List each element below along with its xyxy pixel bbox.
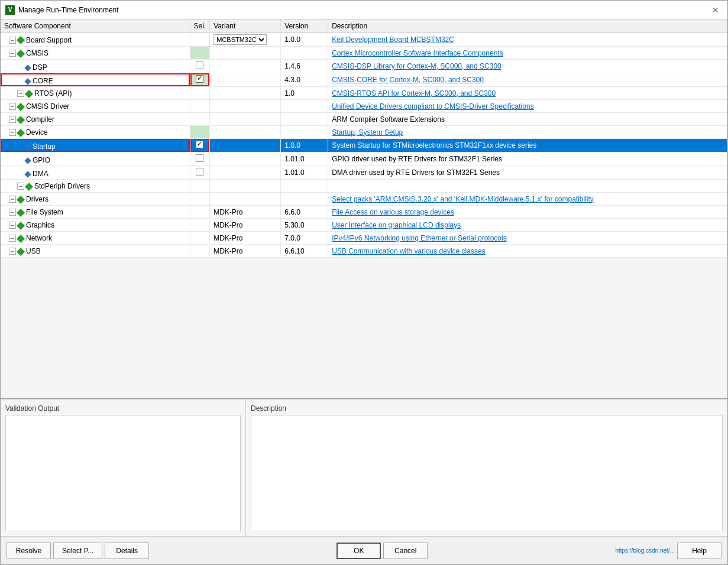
table-row[interactable]: DSP1.4.6CMSIS-DSP Library for Cortex-M, …	[1, 60, 727, 73]
cell-description: ARM Compiler Software Extensions	[328, 113, 727, 126]
help-button[interactable]: Help	[677, 543, 721, 559]
cell-variant[interactable]: MCBSTM32C	[210, 33, 281, 47]
select-pack-button[interactable]: Select P...	[53, 543, 102, 559]
validation-content	[5, 415, 241, 531]
cell-sel[interactable]	[190, 100, 210, 113]
cell-description[interactable]: CMSIS-RTOS API for Cortex-M, SC000, and …	[328, 87, 727, 100]
details-button[interactable]: Details	[105, 543, 149, 559]
description-link[interactable]: CMSIS-CORE for Cortex-M, SC000, and SC30…	[332, 76, 484, 84]
cell-variant: MDK-Pro	[210, 219, 281, 232]
collapse-icon[interactable]: −	[9, 129, 16, 136]
cell-sel[interactable]	[190, 245, 210, 258]
component-label: Graphics	[26, 221, 54, 229]
cell-sel[interactable]	[190, 180, 210, 193]
collapse-icon[interactable]: −	[9, 103, 16, 110]
description-link[interactable]: Keil Development Board MCBSTM32C	[332, 35, 454, 44]
table-row[interactable]: −NetworkMDK-Pro7.0.0IPv4/IPv6 Networking…	[1, 232, 727, 245]
table-row[interactable]: −CMSISCortex Microcontroller Software In…	[1, 47, 727, 60]
cell-sel[interactable]	[190, 206, 210, 219]
collapse-icon[interactable]: −	[9, 248, 16, 255]
cell-description[interactable]: Cortex Microcontroller Software Interfac…	[328, 47, 727, 60]
description-link[interactable]: Cortex Microcontroller Software Interfac…	[332, 49, 503, 57]
table-section[interactable]: Software Component Sel. Variant Version …	[1, 20, 727, 399]
variant-select[interactable]: MCBSTM32C	[213, 34, 267, 45]
cell-component-name: −Graphics	[1, 219, 190, 232]
cell-description[interactable]: Unified Device Drivers compliant to CMSI…	[328, 100, 727, 113]
collapse-icon[interactable]: −	[17, 183, 24, 190]
cell-sel[interactable]	[190, 73, 210, 87]
table-row[interactable]: −CMSIS DriverUnified Device Drivers comp…	[1, 100, 727, 113]
checkbox-empty[interactable]	[196, 168, 203, 176]
cell-description[interactable]: User Interface on graphical LCD displays	[328, 219, 727, 232]
cell-description[interactable]: CMSIS-DSP Library for Cortex-M, SC000, a…	[328, 60, 727, 73]
checkbox-checked[interactable]	[196, 141, 203, 148]
cell-description[interactable]: USB Communication with various device cl…	[328, 245, 727, 258]
cancel-button[interactable]: Cancel	[383, 543, 428, 559]
green-diamond-icon	[18, 49, 26, 57]
cell-sel[interactable]	[190, 113, 210, 126]
table-row[interactable]: −CompilerARM Compiler Software Extension…	[1, 113, 727, 126]
cell-sel[interactable]	[190, 126, 210, 139]
table-row[interactable]: −DeviceStartup, System Setup	[1, 126, 727, 139]
description-link[interactable]: Unified Device Drivers compliant to CMSI…	[332, 102, 533, 111]
cell-description[interactable]: IPv4/IPv6 Networking using Ethernet or S…	[328, 232, 727, 245]
cell-description[interactable]: CMSIS-CORE for Cortex-M, SC000, and SC30…	[328, 73, 727, 87]
cell-sel[interactable]	[190, 33, 210, 47]
table-row[interactable]: −GraphicsMDK-Pro5.30.0User Interface on …	[1, 219, 727, 232]
cell-description[interactable]: Startup, System Setup	[328, 126, 727, 139]
table-row[interactable]: −DriversSelect packs 'ARM.CMSIS.3.20.x' …	[1, 193, 727, 206]
component-label: Startup	[33, 142, 56, 151]
cell-sel[interactable]	[190, 219, 210, 232]
collapse-icon[interactable]: −	[17, 90, 24, 97]
cell-sel[interactable]	[190, 193, 210, 206]
table-row[interactable]: CORE4.3.0CMSIS-CORE for Cortex-M, SC000,…	[1, 73, 727, 87]
table-row[interactable]: GPIO1.01.0GPIO driver used by RTE Driver…	[1, 152, 727, 166]
window-title: Manage Run-Time Environment	[18, 6, 119, 14]
cell-description[interactable]: Select packs 'ARM.CMSIS.3.20.x' and 'Kei…	[328, 193, 727, 206]
table-row[interactable]: −Board SupportMCBSTM32C1.0.0Keil Develop…	[1, 33, 727, 47]
collapse-icon[interactable]: −	[9, 235, 16, 242]
cell-description[interactable]: File Access on various storage devices	[328, 206, 727, 219]
cell-sel[interactable]	[190, 139, 210, 152]
cell-sel[interactable]	[190, 166, 210, 180]
close-button[interactable]: ✕	[708, 4, 723, 16]
description-link[interactable]: User Interface on graphical LCD displays	[332, 221, 461, 229]
description-link[interactable]: File Access on various storage devices	[332, 208, 454, 216]
checkbox-empty[interactable]	[196, 154, 203, 162]
cell-variant	[210, 87, 281, 100]
description-link[interactable]: USB Communication with various device cl…	[332, 247, 485, 255]
description-link[interactable]: IPv4/IPv6 Networking using Ethernet or S…	[332, 234, 506, 242]
cell-sel[interactable]	[190, 232, 210, 245]
collapse-icon[interactable]: −	[9, 37, 16, 44]
cell-component-name: DMA	[1, 166, 190, 180]
table-row[interactable]: −File SystemMDK-Pro6.6.0File Access on v…	[1, 206, 727, 219]
btn-group-center: OK Cancel	[337, 543, 428, 559]
cell-sel[interactable]	[190, 152, 210, 166]
checkbox-empty[interactable]	[196, 61, 203, 69]
col-header-sel: Sel.	[190, 20, 210, 33]
cell-sel[interactable]	[190, 47, 210, 60]
description-link[interactable]: Select packs 'ARM.CMSIS.3.20.x' and 'Kei…	[332, 195, 594, 203]
collapse-icon[interactable]: −	[9, 116, 16, 123]
table-row[interactable]: −StdPeriph Drivers	[1, 180, 727, 193]
collapse-icon[interactable]: −	[9, 196, 16, 203]
cell-sel[interactable]	[190, 87, 210, 100]
resolve-button[interactable]: Resolve	[7, 543, 51, 559]
checkbox-checked[interactable]	[196, 75, 203, 83]
table-body: −Board SupportMCBSTM32C1.0.0Keil Develop…	[1, 33, 727, 258]
green-diamond-icon	[18, 36, 26, 44]
table-row[interactable]: −USBMDK-Pro6.6.10USB Communication with …	[1, 245, 727, 258]
component-label: DSP	[33, 63, 47, 72]
table-row[interactable]: Startup1.0.0System Startup for STMicroel…	[1, 139, 727, 152]
description-link[interactable]: Startup, System Setup	[332, 128, 403, 137]
collapse-icon[interactable]: −	[9, 222, 16, 229]
collapse-icon[interactable]: −	[9, 50, 16, 57]
description-link[interactable]: CMSIS-RTOS API for Cortex-M, SC000, and …	[332, 89, 496, 98]
table-row[interactable]: −RTOS (API)1.0CMSIS-RTOS API for Cortex-…	[1, 87, 727, 100]
collapse-icon[interactable]: −	[9, 209, 16, 216]
table-row[interactable]: DMA1.01.0DMA driver used by RTE Drivers …	[1, 166, 727, 180]
cell-sel[interactable]	[190, 60, 210, 73]
description-link[interactable]: CMSIS-DSP Library for Cortex-M, SC000, a…	[332, 62, 501, 70]
ok-button[interactable]: OK	[337, 543, 381, 559]
cell-description[interactable]: Keil Development Board MCBSTM32C	[328, 33, 727, 47]
